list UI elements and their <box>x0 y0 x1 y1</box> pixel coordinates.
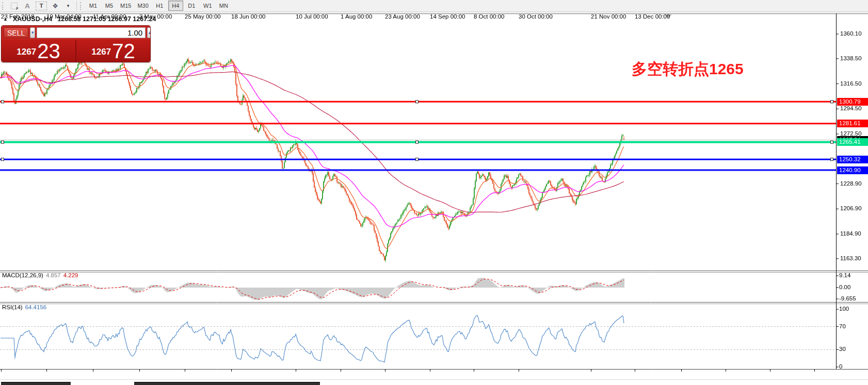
time-label-13-Dec-00-00: 13 Dec 00:00 <box>635 13 670 20</box>
timeframe-m1-button[interactable]: M1 <box>86 1 101 11</box>
level-price-tag-1240.90: 1240.90 <box>837 166 868 174</box>
volume-decrease-button[interactable]: ▼ <box>30 27 35 38</box>
timeframe-button-group: M1M5M15M30H1H4D1W1MN <box>85 1 232 11</box>
timeframe-mn-button[interactable]: MN <box>216 1 231 11</box>
level-price-tag-1250.32: 1250.32 <box>837 156 868 163</box>
timeframe-w1-button[interactable]: W1 <box>200 1 215 11</box>
timeframe-m15-button[interactable]: M15 <box>118 1 134 11</box>
sell-price-small: 1267 <box>17 47 36 57</box>
time-label-8-Oct-00-00: 8 Oct 00:00 <box>474 13 504 20</box>
rsi-name: RSI(14) <box>2 304 23 310</box>
time-label-21-Nov-00-00: 21 Nov 00:00 <box>591 13 626 20</box>
chart-annotation-text: 多空转折点1265 <box>632 59 744 80</box>
rsi-indicator-label: RSI(14) 64.4156 <box>2 304 46 310</box>
text-a-icon[interactable]: A <box>22 1 33 11</box>
time-label-3-May-00-00: 3 May 00:00 <box>139 13 172 20</box>
volume-increase-button[interactable]: ▲ <box>147 27 151 38</box>
crosshair-grid-icon[interactable]: F <box>9 1 19 11</box>
rsi-value: 64.4156 <box>25 304 47 310</box>
rsi-tick-70: 70 <box>839 323 846 329</box>
timeframe-m30-button[interactable]: M30 <box>135 1 151 11</box>
time-label-19-Mar-04-00: 19 Mar 04:00 <box>46 13 82 20</box>
buy-price-small: 1267 <box>91 47 111 57</box>
buy-price-big: 72 <box>112 41 135 61</box>
macd-main-value: 4.857 <box>46 272 61 278</box>
price-tick-1360.10: 1360.10 <box>840 30 862 37</box>
macd-tick-0.00: 0.00 <box>839 284 850 290</box>
volume-input[interactable] <box>37 27 146 38</box>
toolbar-grip[interactable] <box>2 2 5 10</box>
grid-f-label: F <box>16 6 19 11</box>
trade-panel-controls: SELL ▼ ▲ BUY <box>2 26 150 40</box>
level-price-tag-1265.41: 1265.41 <box>837 138 868 146</box>
buy-price-display[interactable]: 1267 72 <box>76 40 150 62</box>
text-label-icon[interactable]: T <box>36 2 47 10</box>
rsi-tick-100: 100 <box>839 306 849 312</box>
macd-tick-9.14: 9.14 <box>839 272 850 278</box>
price-tick-1294.50: 1294.50 <box>840 105 862 111</box>
trade-panel-prices: 1267 23 1267 72 <box>2 40 150 62</box>
timeframe-h4-button[interactable]: H4 <box>168 1 183 11</box>
bottom-tab-2[interactable] <box>134 382 320 385</box>
sell-button[interactable]: SELL <box>4 27 28 38</box>
time-label-30-Oct-00-00: 30 Oct 00:00 <box>519 13 553 20</box>
timeframe-h1-button[interactable]: H1 <box>152 1 167 11</box>
macd-name: MACD(12,26,9) <box>2 272 43 278</box>
time-label-10-Jul-00-00: 10 Jul 00:00 <box>296 13 328 20</box>
toolbar-grip-2[interactable] <box>80 2 83 10</box>
timeframe-m5-button[interactable]: M5 <box>102 1 117 11</box>
price-tick-1163.30: 1163.30 <box>840 255 861 261</box>
time-label-25-May-00-00: 25 May 00:00 <box>185 13 221 20</box>
time-label-1-Aug-00-00: 1 Aug 00:00 <box>341 13 372 20</box>
time-label-23-Aug-00-00: 23 Aug 00:00 <box>385 13 420 20</box>
time-label-23-Feb-2018: 23 Feb 2018 <box>1 13 35 20</box>
level-price-tag-1300.79: 1300.79 <box>837 98 868 106</box>
macd-signal-value: 4.229 <box>63 272 78 278</box>
timeframe-d1-button[interactable]: D1 <box>184 1 199 11</box>
toolbar: F A T ❖ ▾ M1M5M15M30H1H4D1W1MN <box>0 0 868 12</box>
price-tick-1184.90: 1184.90 <box>840 230 861 237</box>
price-tick-1338.50: 1338.50 <box>840 55 862 61</box>
sell-price-big: 23 <box>37 41 60 61</box>
sell-price-display[interactable]: 1267 23 <box>2 40 75 62</box>
chart-window: ▲ XAUUSD-,H4 1268.58 1271.05 1266.97 126… <box>0 13 868 385</box>
one-click-trading-panel: SELL ▼ ▲ BUY 1267 23 1267 72 <box>1 25 151 62</box>
time-label-11-Apr-00-00: 11 Apr 00:00 <box>93 13 126 20</box>
macd-indicator-label: MACD(12,26,9) 4.857 4.229 <box>2 272 78 278</box>
bottom-tab-1[interactable] <box>1 382 71 385</box>
macd-tick--9.655: -9.655 <box>839 295 856 302</box>
toolbar-separator <box>76 1 77 10</box>
styles-diamond-icon[interactable]: ❖ <box>50 1 60 11</box>
chevron-down-icon[interactable]: ▾ <box>63 1 73 11</box>
time-label-14-Sep-00-00: 14 Sep 00:00 <box>430 13 465 20</box>
price-tick-1228.90: 1228.90 <box>840 180 862 187</box>
price-tick-1316.50: 1316.50 <box>840 80 862 87</box>
rsi-tick-30: 30 <box>839 346 846 352</box>
price-tick-1206.90: 1206.90 <box>840 205 862 211</box>
bottom-divider <box>0 379 868 380</box>
time-label-18-Jun-00-00: 18 Jun 00:00 <box>231 13 266 20</box>
level-price-tag-1281.61: 1281.61 <box>837 120 868 127</box>
rsi-tick-0: 0 <box>839 363 842 370</box>
